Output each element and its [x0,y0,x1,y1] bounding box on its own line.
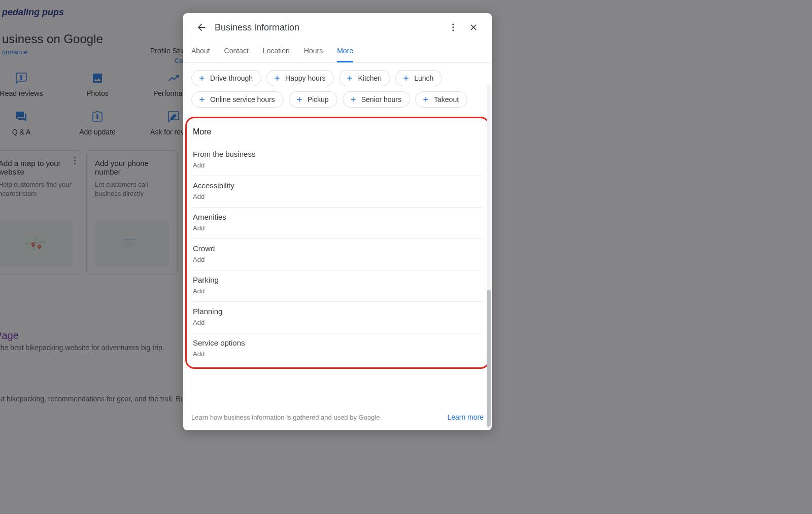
plus-icon [198,74,206,82]
plus-icon [422,95,430,104]
chip-senior-hours[interactable]: Senior hours [343,91,410,108]
add-link[interactable]: Add [193,161,205,169]
more-options-button[interactable] [443,17,463,38]
svg-point-8 [452,26,454,28]
tab-location[interactable]: Location [263,40,290,62]
attribute-from-the-business[interactable]: From the business Add [193,145,482,176]
chip-kitchen[interactable]: Kitchen [339,70,390,86]
tab-contact[interactable]: Contact [224,40,249,62]
modal-footer: Learn how business information is gather… [183,406,492,430]
modal-tabs: About Contact Location Hours More [183,40,492,63]
close-icon [468,22,479,32]
plus-icon [402,74,410,82]
chip-lunch[interactable]: Lunch [395,70,442,86]
attribute-service-options[interactable]: Service options Add [193,333,482,364]
plus-icon [295,95,303,104]
add-link[interactable]: Add [193,224,205,232]
plus-icon [346,74,354,82]
attribute-parking[interactable]: Parking Add [193,270,482,302]
arrow-left-icon [196,22,207,33]
tab-about[interactable]: About [191,40,210,62]
plus-icon [349,95,357,104]
svg-point-9 [452,29,454,31]
more-section-highlight: More From the business Add Accessibility… [185,117,490,369]
tab-hours[interactable]: Hours [304,40,323,62]
chip-pickup[interactable]: Pickup [289,91,337,108]
add-link[interactable]: Add [193,350,205,358]
modal-body: Drive through Happy hours Kitchen Lunch … [183,63,492,406]
plus-icon [198,95,206,104]
chip-takeout[interactable]: Takeout [415,91,467,108]
hours-chips: Drive through Happy hours Kitchen Lunch … [191,70,484,108]
tab-more[interactable]: More [337,40,353,62]
modal-header: Business information [183,13,492,40]
plus-icon [273,74,281,82]
more-vert-icon [448,22,458,32]
chip-drive-through[interactable]: Drive through [191,70,261,86]
add-link[interactable]: Add [193,193,205,200]
more-heading: More [193,127,482,136]
modal-title: Business information [215,22,443,33]
add-link[interactable]: Add [193,319,205,326]
attribute-accessibility[interactable]: Accessibility Add [193,176,482,208]
learn-more-link[interactable]: Learn more [447,413,484,421]
scrollbar-thumb[interactable] [487,290,491,427]
attribute-amenities[interactable]: Amenities Add [193,208,482,239]
svg-point-7 [452,24,454,25]
business-info-modal: Business information About Contact Locat… [183,13,492,430]
add-link[interactable]: Add [193,256,205,263]
add-link[interactable]: Add [193,287,205,295]
chip-online-service-hours[interactable]: Online service hours [191,91,284,108]
attribute-planning[interactable]: Planning Add [193,302,482,333]
back-button[interactable] [191,17,212,38]
footer-text: Learn how business information is gather… [191,414,380,421]
chip-happy-hours[interactable]: Happy hours [266,70,334,86]
attribute-crowd[interactable]: Crowd Add [193,239,482,270]
close-button[interactable] [463,17,484,38]
